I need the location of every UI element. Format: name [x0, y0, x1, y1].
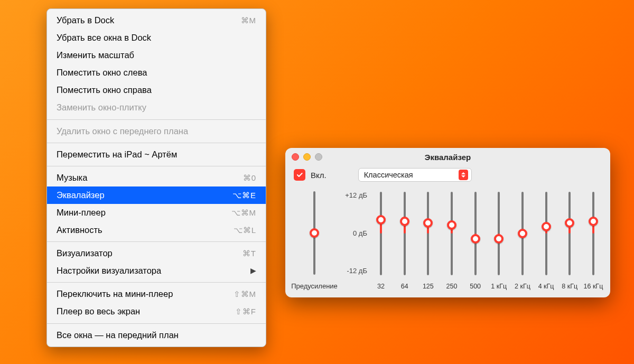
menu-item-label: Изменить масштаб: [57, 49, 134, 61]
db-bot: -12 дБ: [347, 267, 367, 275]
band-slider[interactable]: [468, 189, 483, 278]
menu-item-label: Поместить окно справа: [57, 84, 152, 96]
band-column: 250: [440, 189, 463, 290]
band-column: 4 кГц: [535, 189, 558, 290]
menu-item[interactable]: Все окна — на передний план: [47, 326, 266, 344]
menu-item-label: Музыка: [57, 172, 87, 184]
menu-item-label: Убрать все окна в Dock: [57, 32, 151, 44]
menu-separator: [47, 282, 266, 283]
check-icon: [296, 171, 303, 179]
menu-item[interactable]: Музыка⌘0: [47, 169, 266, 186]
menu-item-shortcut: ⌘M: [241, 15, 257, 26]
menu-item-label: Переместить на iPad ~ Артём: [57, 148, 177, 161]
menu-item-label: Убрать в Dock: [57, 14, 114, 26]
menu-separator: [47, 143, 266, 143]
menu-item[interactable]: Поместить окно справа: [47, 81, 266, 99]
band-slider[interactable]: [444, 189, 460, 278]
db-mid: 0 дБ: [353, 229, 367, 237]
menu-item[interactable]: Поместить окно слева: [47, 64, 266, 81]
menu-item[interactable]: Визуализатор⌘T: [47, 245, 266, 262]
menu-item[interactable]: Переместить на iPad ~ Артём: [47, 146, 266, 163]
band-label: 125: [423, 283, 434, 290]
menu-item-label: Заменить окно-плитку: [57, 101, 146, 114]
menu-item[interactable]: Убрать все окна в Dock: [47, 29, 266, 46]
equalizer-on-checkbox[interactable]: [294, 169, 305, 181]
band-slider[interactable]: [562, 189, 577, 278]
menu-item-label: Мини-плеер: [57, 207, 106, 219]
slider-thumb[interactable]: [423, 218, 433, 228]
band-column: 1 кГц: [487, 189, 510, 290]
menu-item: Заменить окно-плитку: [47, 99, 266, 116]
band-column: 32: [369, 189, 393, 290]
equalizer-controls: Вкл. Классическая: [285, 166, 610, 182]
preamp-slider[interactable]: [306, 188, 322, 278]
menu-separator: [47, 166, 266, 166]
menu-item[interactable]: Мини-плеер⌥⌘M: [47, 204, 266, 221]
band-column: 2 кГц: [511, 189, 534, 290]
menu-item[interactable]: Переключить на мини-плеер⇧⌘M: [47, 285, 266, 303]
menu-item-shortcut: ⌥⌘L: [234, 225, 256, 236]
menu-item-shortcut: ⌘T: [243, 248, 256, 259]
band-label: 16 кГц: [584, 283, 603, 290]
menu-item-shortcut: ⌥⌘E: [232, 190, 256, 201]
band-column: 500: [464, 189, 487, 290]
equalizer-bands: 32641252505001 кГц2 кГц4 кГц8 кГц16 кГц: [369, 188, 605, 290]
slider-thumb[interactable]: [518, 229, 527, 238]
band-slider[interactable]: [538, 189, 554, 278]
menu-item-label: Эквалайзер: [57, 189, 105, 201]
menu-separator: [47, 241, 266, 242]
slider-thumb[interactable]: [589, 217, 598, 226]
slider-thumb[interactable]: [565, 218, 574, 228]
preamp-label: Предусиление: [291, 282, 338, 290]
band-label: 500: [470, 283, 481, 290]
band-slider[interactable]: [491, 189, 507, 278]
slider-thumb[interactable]: [447, 220, 456, 230]
band-label: 8 кГц: [562, 283, 577, 290]
slider-thumb[interactable]: [494, 234, 504, 244]
band-slider[interactable]: [397, 189, 413, 278]
band-slider[interactable]: [373, 189, 389, 278]
window-controls: [292, 153, 322, 161]
menu-item-label: Переключить на мини-плеер: [57, 288, 173, 300]
equalizer-preset-select[interactable]: Классическая: [358, 168, 472, 182]
band-slider[interactable]: [585, 189, 601, 278]
menu-item[interactable]: Изменить масштаб: [47, 46, 266, 64]
band-label: 250: [446, 283, 458, 290]
menu-item[interactable]: Убрать в Dock⌘M: [47, 12, 266, 29]
menu-separator: [47, 323, 266, 324]
minimize-icon[interactable]: [303, 153, 311, 161]
slider-thumb[interactable]: [471, 234, 480, 244]
slider-thumb[interactable]: [310, 228, 319, 238]
menu-item-label: Удалить окно с переднего плана: [57, 125, 188, 137]
menu-item[interactable]: Активность⌥⌘L: [47, 221, 266, 239]
band-slider[interactable]: [515, 189, 530, 278]
equalizer-title: Эквалайзер: [425, 153, 471, 162]
zoom-icon: [315, 153, 322, 161]
window-menu[interactable]: Убрать в Dock⌘MУбрать все окна в DockИзм…: [46, 8, 266, 347]
slider-thumb[interactable]: [376, 215, 386, 225]
menu-item-label: Плеер во весь экран: [57, 305, 140, 318]
band-column: 64: [393, 189, 416, 290]
band-label: 32: [377, 283, 385, 290]
menu-item[interactable]: Настройки визуализатора▶: [47, 262, 266, 279]
menu-item[interactable]: Эквалайзер⌥⌘E: [47, 186, 266, 204]
slider-thumb[interactable]: [400, 217, 409, 226]
menu-item: Удалить окно с переднего плана: [47, 123, 266, 140]
menu-item-label: Настройки визуализатора: [57, 265, 161, 277]
band-label: 2 кГц: [515, 283, 530, 290]
band-slider[interactable]: [420, 189, 436, 278]
menu-item-label: Все окна — на передний план: [57, 329, 179, 341]
equalizer-window: Эквалайзер Вкл. Классическая Предусилени…: [285, 148, 610, 297]
chevron-right-icon: ▶: [250, 266, 256, 276]
preamp-column: Предусиление: [291, 188, 338, 290]
menu-item[interactable]: Плеер во весь экран⇧⌘F: [47, 303, 266, 320]
equalizer-preset-value: Классическая: [364, 171, 413, 179]
band-column: 8 кГц: [558, 189, 581, 290]
menu-item-shortcut: ⌥⌘M: [231, 207, 257, 218]
band-column: 125: [416, 189, 440, 290]
close-icon[interactable]: [292, 153, 299, 161]
db-scale: +12 дБ 0 дБ -12 дБ: [338, 188, 367, 278]
slider-thumb[interactable]: [542, 222, 551, 231]
menu-item-shortcut: ⇧⌘M: [234, 288, 257, 300]
menu-item-label: Визуализатор: [57, 247, 113, 259]
